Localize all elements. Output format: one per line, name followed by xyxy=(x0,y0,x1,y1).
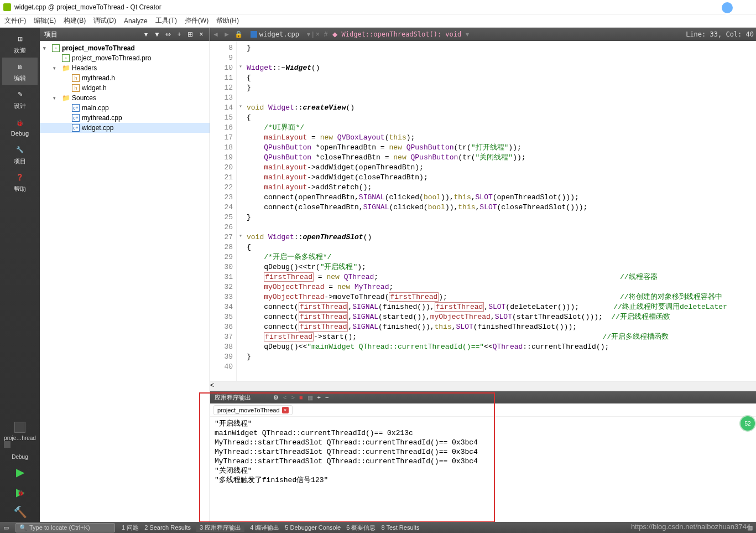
tree-label: widget.cpp xyxy=(82,124,113,132)
output-body[interactable]: "开启线程"mainWidget QThread::currentThreadI… xyxy=(210,417,756,522)
lock-icon[interactable]: 🔒 xyxy=(234,30,243,38)
link-icon[interactable]: ⇔ xyxy=(164,30,172,38)
output-line: "关闭线程" xyxy=(215,466,752,475)
tree-item[interactable]: ▾📁Headers xyxy=(40,63,210,73)
chevron-icon[interactable]: ▾ xyxy=(43,45,50,51)
editor-tab[interactable]: widget.cpp xyxy=(247,30,303,38)
menu-item[interactable]: 编辑(E) xyxy=(34,16,56,25)
pencil-icon: ✎ xyxy=(14,89,26,101)
menu-item[interactable]: 构建(B) xyxy=(64,16,86,25)
code-lines[interactable]: }Widget::~Widget(){}void Widget::createV… xyxy=(244,41,756,381)
debug-run-button[interactable]: ▶🐞 xyxy=(11,484,29,500)
plus-icon[interactable]: + xyxy=(317,394,321,401)
prev-icon[interactable]: < xyxy=(283,394,286,401)
chevron-icon[interactable]: ▾ xyxy=(53,65,60,71)
tree-item[interactable]: ▾📁Sources xyxy=(40,93,210,103)
mode-设计[interactable]: ✎设计 xyxy=(2,85,38,113)
menu-item[interactable]: 文件(F) xyxy=(4,16,26,25)
tree-label: Sources xyxy=(72,94,96,102)
tree-item[interactable]: c+widget.cpp xyxy=(40,123,210,133)
run-config[interactable]: proje…hreadDebug xyxy=(2,420,38,462)
grid-icon: ⊞ xyxy=(14,33,26,45)
output-tab-label: project_moveToThread xyxy=(217,407,280,413)
menu-item[interactable]: 帮助(H) xyxy=(216,16,239,25)
add-icon[interactable]: + xyxy=(175,30,183,38)
mode-编辑[interactable]: 🗎编辑 xyxy=(2,58,38,85)
tree-label: mythread.cpp xyxy=(82,114,122,122)
tree-label: Headers xyxy=(72,64,97,72)
output-title: 应用程序输出 xyxy=(215,394,251,402)
split-icon[interactable]: ⊞ xyxy=(186,30,194,38)
menu-item[interactable]: 调试(D) xyxy=(93,16,116,25)
editor-toolbar: ◄ ► 🔒 widget.cpp ▾ | × # ◆ Widget::openT… xyxy=(210,28,756,41)
tree-item[interactable]: c+main.cpp xyxy=(40,103,210,113)
output-tabs: project_moveToThread × xyxy=(210,403,756,417)
status-panel-2[interactable]: 3 应用程序输出 xyxy=(196,523,244,532)
project-sidebar: 项目 ▾ ▼ ⇔ + ⊞ × ▾▫project_moveToThread▫pr… xyxy=(40,28,210,522)
status-panel-3[interactable]: 4 编译输出 xyxy=(250,524,279,531)
status-panel-5[interactable]: 6 概要信息 xyxy=(346,524,376,531)
mode-欢迎[interactable]: ⊞欢迎 xyxy=(2,30,38,58)
locator-placeholder: Type to locate (Ctrl+K) xyxy=(29,524,90,531)
tree-item[interactable]: hmythread.h xyxy=(40,73,210,83)
dropdown-icon[interactable]: ▾ xyxy=(142,30,150,38)
menu-item[interactable]: Analyze xyxy=(124,17,148,25)
editor-filename: widget.cpp xyxy=(259,30,299,38)
tree-item[interactable]: ▾▫project_moveToThread xyxy=(40,43,210,53)
status-panel-6[interactable]: 8 Test Results xyxy=(381,524,419,531)
code-editor[interactable]: 8910111213141516171819202122232425262728… xyxy=(210,41,756,381)
tree-item[interactable]: c+mythread.cpp xyxy=(40,113,210,123)
filter-icon[interactable]: ▼ xyxy=(153,30,161,38)
tree-item[interactable]: hwidget.h xyxy=(40,83,210,93)
locator-input[interactable]: 🔍 Type to locate (Ctrl+K) xyxy=(15,523,115,532)
filter-output-icon[interactable]: ⚙ xyxy=(273,394,279,401)
watermark: https://blog.csdn.net/naibozhuan3744 xyxy=(631,522,750,531)
minus-icon[interactable]: − xyxy=(325,394,329,401)
status-panel-1[interactable]: 2 Search Results xyxy=(144,524,191,531)
pane-toggle-icon[interactable]: ▭ xyxy=(3,524,9,531)
mode-帮助[interactable]: ❓帮助 xyxy=(2,168,38,196)
bug-icon: 🐞 xyxy=(14,117,26,129)
output-tab[interactable]: project_moveToThread × xyxy=(213,405,293,415)
fold-gutter[interactable]: ▾▾▾ xyxy=(237,41,244,381)
breadcrumb[interactable]: Widget::openThreadSlot(): void xyxy=(342,30,462,38)
search-icon: 🔍 xyxy=(19,524,27,531)
stop-icon[interactable]: ■ xyxy=(299,394,303,401)
mode-toolbar: ⊞欢迎🗎编辑✎设计🐞Debug🔧项目❓帮助proje…hreadDebug▶▶🐞… xyxy=(0,28,40,522)
clear-icon[interactable]: ▦ xyxy=(307,394,313,401)
output-line: mainWidget QThread::currentThreadId()== … xyxy=(215,428,752,438)
editor-area: ◄ ► 🔒 widget.cpp ▾ | × # ◆ Widget::openT… xyxy=(210,28,756,522)
menu-bar: 文件(F)编辑(E)构建(B)调试(D)Analyze工具(T)控件(W)帮助(… xyxy=(0,14,756,28)
edit-icon: 🗎 xyxy=(14,61,26,73)
user-icon[interactable] xyxy=(721,1,734,14)
sidebar-header: 项目 ▾ ▼ ⇔ + ⊞ × xyxy=(40,28,210,41)
back-icon[interactable]: ◄ xyxy=(212,30,219,38)
mode-项目[interactable]: 🔧项目 xyxy=(2,141,38,168)
help-icon: ❓ xyxy=(14,172,26,184)
menu-item[interactable]: 工具(T) xyxy=(155,16,177,25)
close-icon[interactable]: × xyxy=(197,30,205,38)
close-tab-icon[interactable]: × xyxy=(282,407,289,413)
status-panel-4[interactable]: 5 Debugger Console xyxy=(285,524,341,531)
output-line: MyThread::startThreadSlot QThread::curre… xyxy=(215,457,752,466)
sidebar-title: 项目 xyxy=(44,30,139,39)
menu-item[interactable]: 控件(W) xyxy=(185,16,208,25)
output-panel: 应用程序输出 ⚙ < > ■ ▦ + − projec xyxy=(210,391,756,522)
svg-rect-0 xyxy=(4,441,11,448)
h-scrollbar[interactable]: < xyxy=(210,381,756,391)
output-line: MyThread::startThreadSlot QThread::curre… xyxy=(215,447,752,457)
next-icon[interactable]: > xyxy=(291,394,294,401)
tree-label: project_moveToThread.pro xyxy=(72,54,151,62)
tree-item[interactable]: ▫project_moveToThread.pro xyxy=(40,53,210,63)
mode-Debug[interactable]: 🐞Debug xyxy=(2,113,38,141)
run-button[interactable]: ▶ xyxy=(11,464,29,480)
output-line: MyThread::startThreadSlot QThread::curre… xyxy=(215,438,752,447)
build-button[interactable]: 🔨 xyxy=(11,504,29,520)
tree-label: project_moveToThread xyxy=(62,44,135,52)
tree-label: widget.h xyxy=(82,84,107,92)
app-icon xyxy=(3,3,11,11)
forward-icon[interactable]: ► xyxy=(223,30,230,38)
window-title: widget.cpp @ project_moveToThread - Qt C… xyxy=(14,3,161,11)
chevron-icon[interactable]: ▾ xyxy=(53,95,60,101)
status-panel-0[interactable]: 1 问题 xyxy=(122,524,139,531)
